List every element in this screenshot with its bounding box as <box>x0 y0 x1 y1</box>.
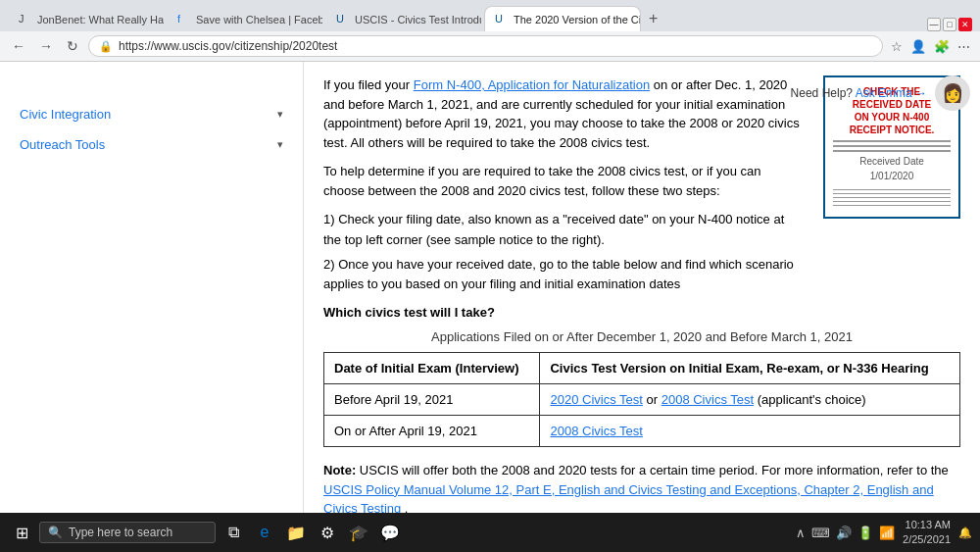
tab1-favicon: J <box>19 13 32 26</box>
sidebar: Civic Integration ▾ Outreach Tools ▾ <box>0 62 304 542</box>
minimize-button[interactable]: — <box>927 18 941 31</box>
tab-2[interactable]: f Save with Chelsea | Facebook ✕ <box>167 6 323 31</box>
back-button[interactable]: ← <box>8 36 29 56</box>
ask-emma-link[interactable]: Ask Emma → <box>856 86 927 100</box>
volume-icon: 🔊 <box>836 526 852 540</box>
forward-button[interactable]: → <box>35 36 57 56</box>
tab2-label: Save with Chelsea | Facebook <box>196 14 323 25</box>
taskbar-settings[interactable]: ⚙ <box>314 519 341 546</box>
step2: 2) Once you have your received date, go … <box>323 255 804 296</box>
search-icon: 🔍 <box>48 526 63 539</box>
applicant-choice-text: (applicant's choice) <box>758 392 866 407</box>
card-line-4 <box>833 189 951 190</box>
taskbar-right: ∧ ⌨ 🔊 🔋 📶 10:13 AM 2/25/2021 🔔 <box>796 518 972 548</box>
date-display: 2/25/2021 <box>903 532 951 547</box>
step1: 1) Check your filing date, also known as… <box>323 210 804 251</box>
card-line-5 <box>833 193 951 194</box>
system-icons: ∧ ⌨ 🔊 🔋 📶 <box>796 526 895 540</box>
civic-integration-chevron: ▾ <box>277 108 283 121</box>
tab3-favicon: U <box>336 13 350 26</box>
tab-1[interactable]: J JonBenet: What Really Happene... ✕ <box>8 6 165 31</box>
close-button[interactable]: ✕ <box>958 18 972 31</box>
page-layout: Civic Integration ▾ Outreach Tools ▾ Nee… <box>0 62 980 542</box>
time-display: 10:13 AM <box>903 518 951 532</box>
sidebar-item-civic-integration[interactable]: Civic Integration ▾ <box>0 99 303 129</box>
window-controls: — □ ✕ <box>927 18 972 31</box>
note-section: Note: USCIS will offer both the 2008 and… <box>323 461 960 519</box>
table-header-2: Civics Test Version on Initial Exam, Re-… <box>540 353 960 384</box>
address-bar-row: ← → ↻ 🔒 ☆ 👤 🧩 ⋯ <box>0 31 980 61</box>
taskbar-edge[interactable]: e <box>251 519 278 546</box>
table-cell-1-1: Before April 19, 2021 <box>324 384 540 416</box>
table-caption: Applications Filed on or After December … <box>323 329 960 344</box>
url-input[interactable] <box>119 39 872 53</box>
table-cell-2-2: 2008 Civics Test <box>540 416 960 447</box>
note-text: USCIS will offer both the 2008 and 2020 … <box>360 463 949 477</box>
taskbar-task-view[interactable]: ⧉ <box>220 519 247 546</box>
tab1-label: JonBenet: What Really Happene... <box>37 14 165 25</box>
keyboard-icon: ⌨ <box>811 526 830 540</box>
notification-icon: 🔔 <box>958 527 972 539</box>
table-row-2: On or After April 19, 2021 2008 Civics T… <box>324 416 960 447</box>
note-bold: Note: <box>323 463 356 477</box>
2008-civics-test-link-row1[interactable]: 2008 Civics Test <box>662 392 754 407</box>
form-n400-link[interactable]: Form N-400, Application for Naturalizati… <box>414 77 650 92</box>
battery-icon: 🔋 <box>858 526 873 540</box>
card-line-3 <box>833 150 951 152</box>
or-text-1: or <box>647 392 662 407</box>
taskbar-app2[interactable]: 💬 <box>376 519 404 546</box>
windows-button[interactable]: ⊞ <box>8 519 35 546</box>
browser-chrome: J JonBenet: What Really Happene... ✕ f S… <box>0 0 980 62</box>
tab-3[interactable]: U USCIS - Civics Test Introduction ✕ <box>325 6 482 31</box>
steps-section: 1) Check your filing date, also known as… <box>323 210 804 295</box>
card-line-6 <box>833 197 951 198</box>
taskbar-file-explorer[interactable]: 📁 <box>282 519 310 546</box>
table-cell-2-1: On or After April 19, 2021 <box>324 416 540 447</box>
card-date-value: 1/01/2020 <box>833 171 951 181</box>
tab4-label: The 2020 Version of the Civics T... <box>514 14 641 25</box>
tab2-favicon: f <box>177 13 191 26</box>
network-icon: 📶 <box>879 526 895 540</box>
paragraph2: To help determine if you are required to… <box>323 162 804 200</box>
2020-civics-test-link[interactable]: 2020 Civics Test <box>550 392 642 407</box>
civics-table: Date of Initial Exam (Interview) Civics … <box>323 352 960 447</box>
civic-integration-label: Civic Integration <box>20 107 111 122</box>
card-line-2 <box>833 145 951 147</box>
extensions-button[interactable]: 🧩 <box>932 37 952 56</box>
uscis-policy-manual-link[interactable]: USCIS Policy Manual Volume 12, Part E, E… <box>323 482 934 517</box>
maximize-button[interactable]: □ <box>943 18 956 31</box>
card-lines <box>833 140 951 152</box>
help-avatar: 👩 <box>935 75 970 111</box>
tab3-label: USCIS - Civics Test Introduction <box>355 14 482 25</box>
content-text: If you filed your Form N-400, Applicatio… <box>323 75 804 305</box>
outreach-tools-label: Outreach Tools <box>20 137 105 152</box>
address-bar[interactable]: 🔒 <box>88 35 883 57</box>
card-line-7 <box>833 201 951 202</box>
taskbar-app1[interactable]: 🎓 <box>345 519 372 546</box>
civics-question: Which civics test will I take? <box>323 305 960 320</box>
chevron-up-icon: ∧ <box>796 526 806 540</box>
table-header-1: Date of Initial Exam (Interview) <box>324 353 540 384</box>
menu-button[interactable]: ⋯ <box>956 37 972 56</box>
tab4-favicon: U <box>495 13 509 26</box>
browser-actions: ☆ 👤 🧩 ⋯ <box>889 37 972 56</box>
taskbar-search-box[interactable]: 🔍 Type here to search <box>39 522 216 543</box>
reload-button[interactable]: ↻ <box>63 36 82 56</box>
paragraph1: If you filed your Form N-400, Applicatio… <box>323 75 804 152</box>
taskbar-time: 10:13 AM 2/25/2021 <box>903 518 951 548</box>
outreach-tools-chevron: ▾ <box>277 138 283 151</box>
tab-bar: J JonBenet: What Really Happene... ✕ f S… <box>0 0 980 31</box>
card-received-label: Received Date <box>833 156 951 167</box>
favorites-button[interactable]: ☆ <box>889 37 905 56</box>
card-line-1 <box>833 140 951 142</box>
sidebar-item-outreach-tools[interactable]: Outreach Tools ▾ <box>0 129 303 160</box>
main-content: Need Help? Ask Emma → 👩 If you filed you… <box>304 62 980 542</box>
table-cell-1-2: 2020 Civics Test or 2008 Civics Test (ap… <box>540 384 960 416</box>
help-text: Need Help? Ask Emma → <box>791 86 927 100</box>
tab-4[interactable]: U The 2020 Version of the Civics T... ✕ <box>484 6 641 31</box>
new-tab-button[interactable]: + <box>643 10 663 27</box>
card-line-8 <box>833 205 951 206</box>
profile-button[interactable]: 👤 <box>908 37 928 56</box>
lock-icon: 🔒 <box>99 40 113 53</box>
2008-civics-test-link-row2[interactable]: 2008 Civics Test <box>550 424 642 438</box>
